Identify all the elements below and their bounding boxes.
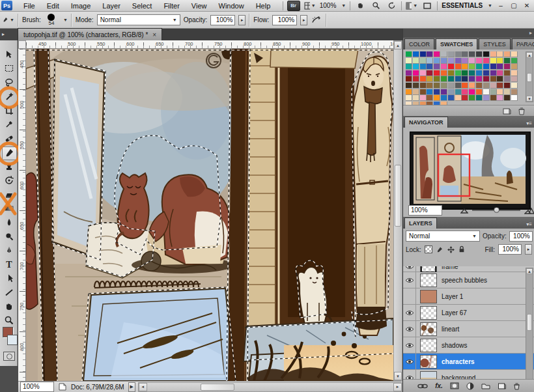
swatch[interactable] [448, 58, 455, 64]
swatch[interactable] [427, 76, 433, 82]
blend-mode-dropdown[interactable]: Normal▼ [97, 14, 180, 25]
swatch[interactable] [490, 58, 497, 64]
status-options-button[interactable]: ▶ [128, 382, 135, 392]
collapse-panels-icon[interactable]: ▸ [529, 30, 532, 36]
swatch[interactable] [504, 83, 511, 89]
menu-window[interactable]: Window [213, 0, 250, 12]
swatch[interactable] [469, 64, 475, 70]
tool-preset-brush-icon[interactable]: ▼ [3, 16, 14, 25]
swatch[interactable] [490, 89, 497, 95]
layer-row[interactable]: lineart [403, 321, 534, 337]
opacity-spinner[interactable]: ▸ [238, 15, 246, 25]
layer-row[interactable]: shadows [403, 337, 534, 354]
swatch[interactable] [420, 89, 427, 95]
swatch[interactable] [427, 89, 433, 95]
swatch[interactable] [483, 58, 490, 64]
layer-row[interactable]: Layer 67 [403, 305, 534, 321]
layer-blend-mode-dropdown[interactable]: Normal▼ [406, 231, 480, 242]
swatch[interactable] [434, 58, 440, 64]
layer-visibility-toggle[interactable] [403, 354, 416, 369]
swatch[interactable] [427, 70, 433, 76]
swatch[interactable] [462, 70, 468, 76]
swatch[interactable] [504, 89, 511, 95]
rotate-view-icon[interactable] [386, 1, 397, 10]
swatch[interactable] [469, 95, 475, 101]
swatch[interactable] [448, 70, 455, 76]
lock-all-icon[interactable] [458, 245, 465, 253]
navigator-zoom-slider[interactable] [472, 207, 520, 214]
swatch[interactable] [420, 64, 427, 70]
swatch[interactable] [427, 95, 433, 101]
swatch[interactable] [413, 58, 419, 64]
tab-paragraph[interactable]: PARAGR. [512, 38, 534, 49]
airbrush-toggle-icon[interactable] [311, 16, 322, 25]
swatch[interactable] [455, 89, 462, 95]
layer-thumbnail[interactable] [420, 339, 437, 352]
swatch[interactable] [483, 89, 490, 95]
blur-tool[interactable] [2, 216, 16, 229]
layer-thumbnail[interactable] [420, 322, 437, 336]
history-brush-tool[interactable] [2, 175, 16, 187]
layers-menu-icon[interactable]: ▾≡ [526, 221, 534, 229]
opacity-field[interactable]: 100% [210, 15, 235, 25]
hand-tool[interactable] [2, 300, 16, 313]
hand-tool-icon[interactable] [354, 1, 366, 10]
swatch[interactable] [434, 51, 440, 57]
layer-opacity-field[interactable]: 100% [509, 231, 533, 242]
layer-visibility-toggle[interactable] [403, 305, 416, 320]
swatch[interactable] [455, 95, 462, 101]
menu-edit[interactable]: Edit [41, 0, 65, 12]
layer-thumbnail[interactable] [420, 355, 437, 369]
navigator-thumbnail[interactable] [410, 132, 531, 210]
swatch[interactable] [511, 83, 518, 89]
menu-filter[interactable]: Filter [158, 0, 185, 12]
swatch[interactable] [483, 64, 490, 70]
eyedropper-tool[interactable] [2, 119, 16, 131]
swatch[interactable] [504, 76, 511, 82]
bridge-button[interactable]: Br [287, 1, 300, 11]
layer-thumbnail[interactable] [420, 273, 437, 287]
brush-preset-picker[interactable]: 54 [44, 13, 59, 27]
layer-row[interactable]: Layer 1 [403, 288, 534, 305]
quick-mask-button[interactable] [3, 352, 15, 361]
swatch[interactable] [483, 51, 490, 57]
swatch[interactable] [462, 76, 468, 82]
swatch[interactable] [406, 76, 412, 82]
tab-navigator[interactable]: NAVIGATOR [404, 117, 448, 128]
background-color-swatch[interactable] [7, 335, 18, 345]
zoom-tool-icon[interactable] [370, 1, 382, 10]
swatch[interactable] [497, 64, 503, 70]
tab-color[interactable]: COLOR [404, 38, 434, 49]
swatch[interactable] [406, 64, 412, 70]
swatch[interactable] [441, 83, 447, 89]
swatch[interactable] [413, 95, 419, 101]
swatch[interactable] [455, 51, 462, 57]
swatch[interactable] [511, 51, 518, 57]
swatch[interactable] [427, 51, 433, 57]
lasso-tool[interactable] [2, 76, 16, 89]
swatch[interactable] [497, 76, 503, 82]
add-mask-icon[interactable] [450, 382, 459, 389]
menu-layer[interactable]: Layer [96, 0, 126, 12]
navigator-zoom-field[interactable]: 100% [408, 205, 442, 216]
flow-field[interactable]: 100% [272, 15, 297, 25]
swatch[interactable] [462, 95, 468, 101]
clone-stamp-tool[interactable] [2, 160, 16, 173]
swatch[interactable] [483, 76, 490, 82]
swatch[interactable] [497, 58, 503, 64]
swatch[interactable] [441, 95, 447, 101]
swatch[interactable] [434, 89, 440, 95]
view-extras-icon[interactable]: ▼ [304, 1, 316, 10]
swatch[interactable] [441, 76, 447, 82]
swatch[interactable] [462, 51, 468, 57]
new-layer-icon[interactable] [498, 382, 506, 389]
swatch[interactable] [434, 64, 440, 70]
marquee-tool[interactable] [2, 63, 16, 75]
swatch[interactable] [462, 83, 468, 89]
crop-tool[interactable] [2, 104, 16, 117]
swatch[interactable] [490, 64, 497, 70]
swatch[interactable] [413, 51, 419, 57]
swatch[interactable] [476, 83, 483, 89]
arrange-documents-icon[interactable]: ▼ [406, 1, 417, 10]
swatch[interactable] [483, 70, 490, 76]
